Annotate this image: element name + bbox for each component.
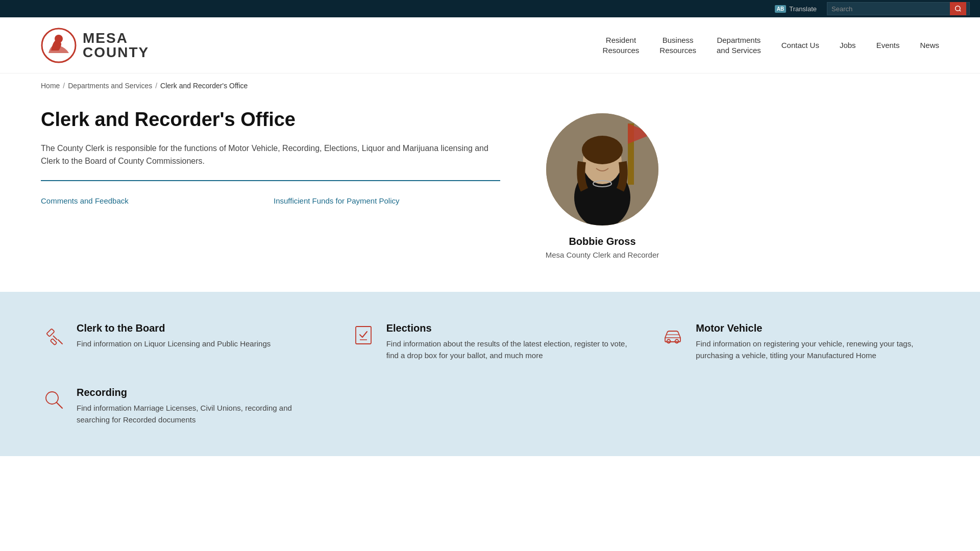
nav-business-resources[interactable]: BusinessResources [659,35,696,55]
site-header: MESA COUNTY ResidentResources BusinessRe… [0,17,980,73]
links-grid: Comments and Feedback Insufficient Funds… [41,195,500,206]
nav-events[interactable]: Events [876,40,900,51]
breadcrumb-sep-2: / [155,82,157,90]
search-icon [954,5,962,12]
recording-content: Recording Find information Marriage Lice… [77,387,320,425]
nav-resident-resources[interactable]: ResidentResources [603,35,640,55]
svg-point-11 [582,136,623,164]
nav-contact-us[interactable]: Contact Us [781,40,819,51]
translate-icon: AB [775,5,786,13]
motor-vehicle-desc: Find information on registering your veh… [696,338,939,361]
main-nav: ResidentResources BusinessResources Depa… [603,35,939,55]
elections-icon [351,322,376,348]
breadcrumb-home[interactable]: Home [41,82,60,90]
translate-label: Translate [789,5,817,13]
profile-title: Mesa County Clerk and Recorder [546,251,659,259]
svg-point-19 [667,340,671,343]
svg-line-16 [58,340,62,344]
content-divider [41,180,500,181]
top-bar: AB Translate [0,0,980,17]
search-input[interactable] [827,5,950,13]
profile-name: Bobbie Gross [569,236,635,247]
elections-content: Elections Find information about the res… [386,322,630,361]
main-content: Clerk and Recorder's Office The County C… [0,98,980,292]
breadcrumb-sep-1: / [63,82,65,90]
profile-photo [546,113,658,226]
search-button[interactable] [950,2,966,15]
motor-vehicle-title: Motor Vehicle [696,322,939,334]
elections-title: Elections [386,322,630,334]
svg-rect-14 [46,329,55,337]
profile-photo-svg [546,113,658,226]
ballot-icon [353,324,374,346]
content-left: Clerk and Recorder's Office The County C… [41,108,500,261]
car-icon [662,324,683,346]
svg-line-1 [960,10,961,12]
page-description: The County Clerk is responsible for the … [41,142,500,168]
service-motor-vehicle[interactable]: Motor Vehicle Find information on regist… [660,322,939,361]
svg-point-20 [675,340,679,343]
services-section: Clerk to the Board Find information on L… [0,292,980,456]
nav-news[interactable]: News [920,40,939,51]
logo-county: COUNTY [83,45,149,60]
nav-departments-services[interactable]: Departmentsand Services [717,35,761,55]
search-magnify-icon [43,389,64,410]
breadcrumb-current: Clerk and Recorder's Office [160,82,248,90]
site-logo[interactable]: MESA COUNTY [41,28,149,63]
logo-icon [41,28,77,63]
svg-rect-13 [51,339,57,345]
service-elections[interactable]: Elections Find information about the res… [351,322,630,361]
breadcrumb-departments[interactable]: Departments and Services [68,82,152,90]
comments-feedback-link[interactable]: Comments and Feedback [41,195,267,206]
elections-desc: Find information about the results of th… [386,338,630,361]
service-recording[interactable]: Recording Find information Marriage Lice… [41,387,320,425]
svg-point-0 [955,6,960,11]
clerk-board-icon [41,322,66,348]
breadcrumb: Home / Departments and Services / Clerk … [0,73,980,98]
page-title: Clerk and Recorder's Office [41,108,500,132]
clerk-board-content: Clerk to the Board Find information on L… [77,322,271,350]
logo-text: MESA COUNTY [83,31,149,60]
svg-line-24 [57,403,62,408]
clerk-board-title: Clerk to the Board [77,322,271,334]
logo-mesa: MESA [83,31,149,45]
nav-jobs[interactable]: Jobs [840,40,856,51]
services-grid: Clerk to the Board Find information on L… [41,322,939,425]
insufficient-funds-link[interactable]: Insufficient Funds for Payment Policy [274,195,500,206]
recording-title: Recording [77,387,320,398]
svg-point-3 [55,35,63,43]
profile-sidebar: Bobbie Gross Mesa County Clerk and Recor… [531,108,674,261]
gavel-icon [43,324,64,346]
search-bar [827,2,970,15]
recording-desc: Find information Marriage Licenses, Civi… [77,403,320,425]
clerk-board-desc: Find information on Liquor Licensing and… [77,338,271,350]
service-clerk-board[interactable]: Clerk to the Board Find information on L… [41,322,320,361]
translate-button[interactable]: AB Translate [775,5,817,13]
motor-vehicle-icon [660,322,685,348]
motor-vehicle-content: Motor Vehicle Find information on regist… [696,322,939,361]
recording-icon [41,387,66,412]
